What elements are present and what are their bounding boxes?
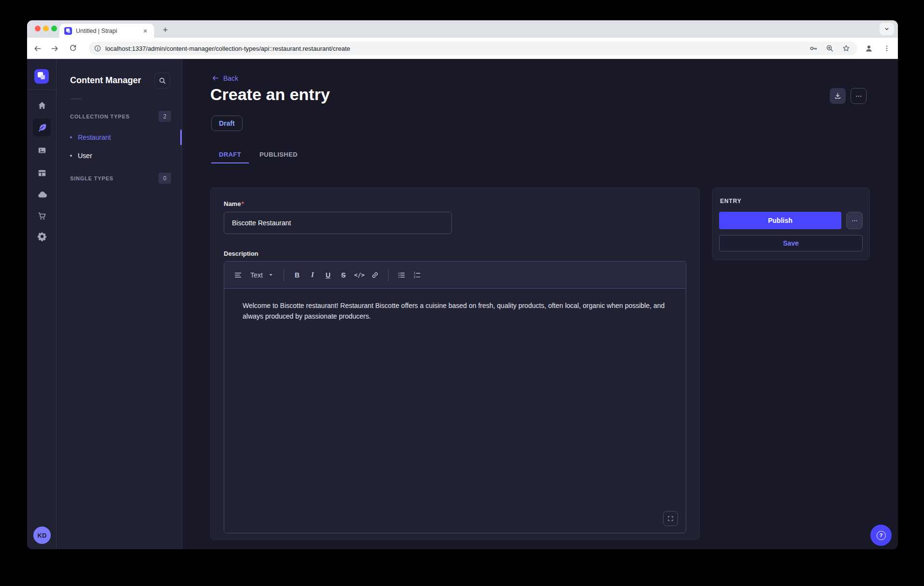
rich-text-editor: Text B I U S </>: [224, 261, 686, 533]
nav-home-icon[interactable]: [33, 96, 51, 114]
tab-draft[interactable]: DRAFT: [211, 145, 249, 163]
description-text: Welcome to Biscotte restaurant! Restaura…: [243, 300, 667, 322]
main-content: Back Create an entry Draft DRAFT PUBLISH…: [182, 59, 898, 549]
subnav-item-label: User: [78, 152, 92, 160]
back-icon[interactable]: [31, 42, 43, 55]
editor-content-area[interactable]: Welcome to Biscotte restaurant! Restaura…: [224, 289, 686, 533]
chevron-down-icon: [268, 272, 274, 278]
toolbar-divider: [284, 269, 284, 281]
nav-cloud-icon[interactable]: [33, 186, 51, 204]
tab-search-chevron-icon[interactable]: [880, 23, 894, 35]
more-options-button[interactable]: [851, 88, 866, 104]
tab-close-icon[interactable]: ×: [141, 26, 149, 35]
back-link[interactable]: Back: [211, 74, 238, 82]
browser-tab-strip: Untitled | Strapi × +: [27, 20, 898, 38]
back-arrow-icon: [211, 74, 219, 82]
version-tabs: DRAFT PUBLISHED: [211, 145, 308, 163]
expand-editor-button[interactable]: [663, 511, 678, 526]
nav-content-type-builder-icon[interactable]: [33, 164, 51, 182]
toolbar-divider: [388, 269, 389, 281]
subnav-item-restaurant[interactable]: Restaurant: [70, 128, 167, 146]
subnav-title: Content Manager: [70, 75, 141, 86]
align-left-icon[interactable]: [231, 268, 245, 282]
browser-window: Untitled | Strapi × + local: [27, 20, 898, 549]
strikethrough-button[interactable]: S: [336, 268, 351, 282]
tab-published[interactable]: PUBLISHED: [252, 145, 305, 163]
subnav-divider: [70, 99, 82, 99]
link-button[interactable]: [368, 268, 382, 282]
browser-toolbar: localhost:1337/admin/content-manager/col…: [27, 38, 898, 59]
single-types-count-badge: 0: [159, 173, 171, 184]
italic-button[interactable]: I: [305, 268, 320, 282]
zoom-icon[interactable]: [825, 44, 834, 53]
browser-tab[interactable]: Untitled | Strapi ×: [59, 24, 154, 38]
page-title: Create an entry: [210, 85, 330, 104]
entry-form-panel: Name* Biscotte Restaurant Description Te…: [210, 188, 700, 540]
reload-icon[interactable]: [67, 42, 79, 55]
subnav-item-user[interactable]: User: [70, 146, 167, 165]
window-zoom-button[interactable]: [51, 26, 57, 31]
code-button[interactable]: </>: [352, 268, 367, 282]
svg-text:1: 1: [414, 271, 416, 275]
url-bar[interactable]: localhost:1337/admin/content-manager/col…: [89, 42, 857, 55]
text-style-value: Text: [250, 271, 263, 279]
back-label: Back: [223, 74, 238, 82]
svg-text:2: 2: [414, 275, 416, 278]
question-mark-icon: ?: [877, 531, 886, 540]
save-button[interactable]: Save: [719, 235, 863, 251]
bookmark-star-icon[interactable]: [842, 44, 851, 53]
description-field-label: Description: [224, 250, 686, 257]
bullet-icon: [70, 155, 72, 157]
required-mark: *: [241, 200, 244, 207]
user-avatar[interactable]: KD: [33, 527, 51, 544]
entry-more-button[interactable]: [846, 212, 863, 229]
forward-icon[interactable]: [48, 42, 61, 55]
strapi-logo[interactable]: [34, 69, 49, 84]
download-button[interactable]: [830, 88, 846, 104]
bullet-icon: [70, 136, 72, 138]
collection-types-count-badge: 2: [159, 111, 171, 122]
entry-side-panel: ENTRY Publish Save: [712, 188, 870, 260]
nav-media-library-icon[interactable]: [33, 141, 51, 159]
window-close-button[interactable]: [35, 26, 41, 31]
new-tab-button[interactable]: +: [159, 24, 171, 36]
numbered-list-button[interactable]: 12: [410, 268, 424, 282]
help-button[interactable]: ?: [870, 525, 892, 546]
name-field-label: Name*: [224, 200, 686, 207]
subnav-search-button[interactable]: [154, 73, 170, 88]
window-minimize-button[interactable]: [43, 26, 49, 31]
name-input[interactable]: Biscotte Restaurant: [224, 212, 452, 234]
nav-marketplace-icon[interactable]: [33, 207, 51, 225]
collection-types-label: COLLECTION TYPES: [70, 114, 130, 119]
entry-panel-title: ENTRY: [720, 198, 863, 205]
single-types-label: SINGLE TYPES: [70, 176, 114, 181]
strapi-app: KD Content Manager COLLECTION TYPES 2 Re…: [27, 59, 898, 549]
strapi-favicon-icon: [64, 27, 72, 35]
nav-divider: [27, 89, 56, 90]
tab-title: Untitled | Strapi: [76, 28, 141, 34]
active-item-indicator: [180, 130, 182, 145]
text-style-dropdown[interactable]: Text: [246, 271, 278, 279]
url-text: localhost:1337/admin/content-manager/col…: [105, 45, 350, 52]
screen: Untitled | Strapi × + local: [0, 0, 924, 586]
name-label-text: Name: [224, 200, 241, 207]
publish-button[interactable]: Publish: [719, 212, 841, 229]
content-manager-subnav: Content Manager COLLECTION TYPES 2 Resta…: [57, 59, 182, 549]
editor-toolbar: Text B I U S </>: [224, 262, 686, 289]
browser-profile-icon[interactable]: [863, 42, 875, 55]
status-badge: Draft: [211, 116, 243, 131]
bulleted-list-button[interactable]: [394, 268, 409, 282]
site-info-icon[interactable]: [94, 44, 101, 52]
nav-content-manager-icon[interactable]: [33, 118, 51, 136]
subnav-item-label: Restaurant: [78, 133, 111, 141]
browser-menu-icon[interactable]: [881, 42, 893, 55]
underline-button[interactable]: U: [321, 268, 335, 282]
bold-button[interactable]: B: [290, 268, 304, 282]
password-key-icon[interactable]: [809, 44, 818, 53]
nav-settings-gear-icon[interactable]: [33, 227, 51, 245]
main-nav: KD: [27, 59, 57, 549]
entry-actions-row: Publish: [719, 212, 863, 229]
